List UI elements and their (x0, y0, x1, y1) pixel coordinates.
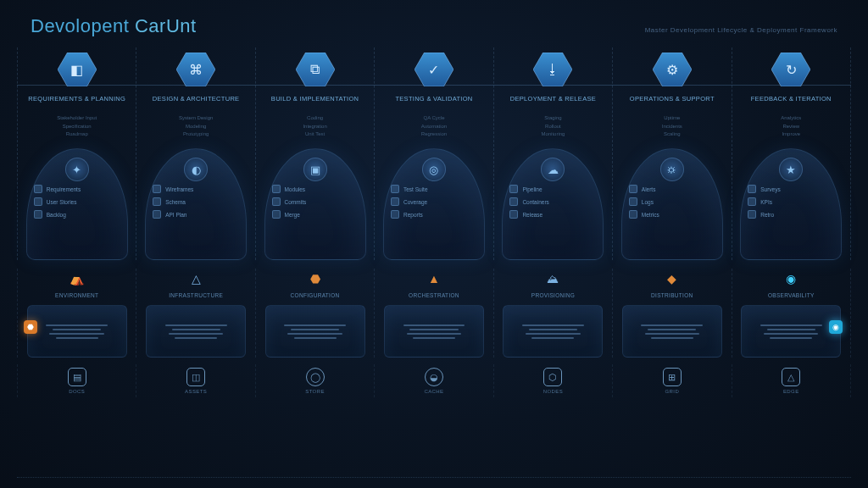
platform-bar (409, 329, 458, 330)
stage-subline: Incidents (618, 123, 726, 131)
platform-icon: ⛰ (541, 269, 565, 289)
dome-item-icon (509, 197, 518, 206)
footer-label: NODES (543, 389, 563, 394)
stage-subline: Unit Test (261, 130, 369, 139)
dome-item: Schema (153, 197, 239, 206)
dome-item: Backlog (34, 210, 120, 219)
platform-column: ◆ DISTRIBUTION (612, 269, 731, 358)
platform-column: ⛺ ENVIRONMENT (17, 269, 136, 358)
dome-item: Reports (391, 210, 477, 219)
dome-item: Retro (748, 210, 834, 219)
dome-icon: ◐ (184, 158, 208, 181)
dome-item-label: Surveys (760, 186, 780, 192)
dome-item-icon (629, 185, 637, 193)
dome-item-icon (34, 185, 42, 193)
footer-icon: △ (782, 368, 800, 386)
dome-item-icon (272, 185, 281, 193)
stage-columns: ◧ REQUIREMENTS & PLANNING Stakeholder In… (0, 44, 868, 260)
stage-subline: Monitoring (499, 130, 607, 139)
dome-item-label: User Stories (47, 199, 77, 205)
stage-sublines: AnalyticsReviewImprove (737, 114, 845, 141)
stage-subline: Analytics (737, 114, 845, 123)
platform-bar (531, 337, 574, 339)
platform-bar (294, 337, 337, 339)
platform-bar (641, 324, 703, 326)
platform-bar (284, 324, 346, 326)
dome-item-label: Merge (285, 212, 300, 218)
dome-icon: ★ (779, 158, 803, 181)
stage-sublines: CodingIntegrationUnit Test (261, 114, 369, 141)
dome-item-label: Release (522, 212, 542, 218)
dome-item-label: Wireframes (165, 186, 193, 192)
dome-item: Coverage (391, 197, 477, 206)
stage-hex-icon: ◧ (58, 53, 97, 86)
dome-item-label: KPIs (760, 199, 772, 205)
footer-label: CACHE (424, 389, 443, 394)
stage-subline: Staging (499, 114, 607, 123)
platform-label: ORCHESTRATION (409, 292, 459, 300)
stage-subline: System Design (142, 114, 249, 123)
footer-column: ◫ ASSETS (136, 364, 254, 397)
dome-item-icon (153, 197, 161, 206)
dome-item-icon (748, 185, 756, 193)
dome-item-label: Pipeline (522, 186, 542, 192)
dome-item: Metrics (629, 210, 715, 219)
page-title: Devolopent CarUnt (31, 15, 197, 37)
stage-hex-icon: ⚙ (653, 53, 692, 86)
stage-sublines: Stakeholder InputSpecificationRoadmap (23, 114, 131, 141)
platform-bar (165, 324, 227, 326)
dome-item: Pipeline (509, 185, 596, 193)
platform-bar (291, 329, 339, 330)
hex-glyph-icon: ↻ (786, 62, 797, 78)
platform-column: △ INFRASTRUCTURE (136, 269, 254, 358)
stage-dome: ✦ Requirements User Stories Backlog (26, 148, 128, 260)
title-word-a: Devolopent (31, 15, 129, 36)
stage-subline: Uptime (618, 114, 726, 123)
dome-item: Requirements (34, 185, 120, 193)
dome-item-label: Schema (165, 199, 186, 205)
dome-item-label: Commits (285, 199, 307, 205)
dome-icon: ▣ (303, 158, 327, 181)
platform-icon: ⛺ (65, 269, 89, 289)
stage-subline: Coding (261, 114, 369, 123)
stage-hex-icon: ✓ (415, 53, 453, 86)
dome-item: Test Suite (391, 185, 477, 193)
platform-bar (403, 324, 465, 326)
platform-bar (169, 333, 223, 335)
dome-item-icon (391, 210, 399, 219)
platform-label: CONFIGURATION (291, 292, 340, 300)
dome-item-icon (629, 210, 637, 219)
page-subtitle: Master Development Lifecycle & Deploymen… (645, 26, 837, 34)
stage-subline: QA Cycle (380, 114, 487, 123)
dome-item-label: Reports (403, 212, 423, 218)
footer-icon: ◯ (306, 368, 325, 386)
dome-item: Release (509, 210, 596, 219)
platform-icon: ⬣ (303, 269, 327, 289)
dome-item-label: Test Suite (403, 186, 428, 192)
footer-icon: ⊞ (663, 368, 682, 386)
hex-glyph-icon: ⧉ (310, 62, 320, 77)
dome-item-icon (153, 185, 161, 193)
dome-item: User Stories (34, 197, 120, 206)
stage-sublines: QA CycleAutomationRegression (380, 114, 487, 141)
stage-dome: ★ Surveys KPIs Retro (740, 148, 842, 260)
stage-title: DEPLOYMENT & RELEASE (499, 95, 607, 112)
platform-icon: △ (184, 269, 208, 289)
stage-title: REQUIREMENTS & PLANNING (23, 95, 131, 112)
dome-item-icon (509, 185, 518, 193)
platform-panel (265, 305, 365, 358)
dome-item: Commits (272, 197, 359, 206)
platform-bar (764, 333, 818, 335)
dome-item-icon (748, 210, 756, 219)
platform-panel (27, 305, 127, 358)
platform-bar (53, 329, 101, 330)
dome-item-label: Modules (285, 186, 306, 192)
stage-subline: Stakeholder Input (23, 114, 131, 123)
stage-subline: Specification (23, 123, 131, 131)
platform-bar (526, 333, 580, 335)
dome-icon: ⛭ (660, 158, 684, 181)
stage-sublines: UptimeIncidentsScaling (618, 114, 726, 141)
platform-column: ⛰ PROVISIONING (493, 269, 612, 358)
dome-item-label: Backlog (47, 212, 66, 218)
platform-label: INFRASTRUCTURE (169, 292, 223, 300)
